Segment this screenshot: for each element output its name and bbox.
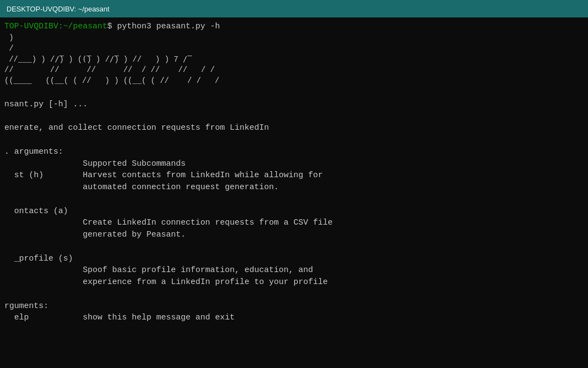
prompt-line: TOP-UVQDIBV:~/peasant$ python3 peasant.p… <box>0 21 588 33</box>
subcommand-spoof-desc2: experience from a LinkedIn profile to yo… <box>0 276 588 288</box>
usage-line: nsant.py [-h] ... <box>0 99 588 111</box>
subcommand-contacts-desc2: generated by Peasant. <box>0 229 588 241</box>
description-line: enerate, and collect connection requests… <box>0 122 588 134</box>
blank-line-5 <box>0 288 588 300</box>
blank-line-4 <box>0 241 588 253</box>
subcommand-spoof-name: _profile (s) <box>0 253 588 265</box>
prompt-symbol: $ <box>107 22 112 31</box>
command-text: python3 peasant.py -h <box>112 22 220 31</box>
subcommand-contacts-name: ontacts (a) <box>0 206 588 218</box>
ascii-line-2: / <box>0 44 588 55</box>
subcommand-spoof-desc1: Spoof basic profile information, educati… <box>0 264 588 276</box>
blank-line-1 <box>0 111 588 123</box>
ascii-blank <box>0 87 588 99</box>
prompt-dir: ~/peasant <box>63 22 107 31</box>
subcommand-contacts-desc1: Create LinkedIn connection requests from… <box>0 217 588 229</box>
positional-args-header: . arguments: <box>0 146 588 158</box>
prompt-user: TOP-UVQDIBV: <box>4 22 63 31</box>
blank-line-3 <box>0 194 588 206</box>
ascii-line-5: ((____ ((__( ( // ) ) ((__( ( // / / / <box>0 76 588 87</box>
subcommand-header: Supported Subcommands <box>0 158 588 170</box>
title-bar-text: DESKTOP-UVQDIBV: ~/peasant <box>7 5 109 13</box>
blank-line-2 <box>0 134 588 146</box>
ascii-line-3: //___) ) //̅̅̅) ) ((̅̅̅) ) //̅̅̅) ) // )… <box>0 55 588 65</box>
title-bar: DESKTOP-UVQDIBV: ~/peasant <box>0 0 588 17</box>
help-flag: elp show this help message and exit <box>0 312 588 324</box>
ascii-line-4: // // // // / // // / / <box>0 65 588 76</box>
subcommand-harvest-desc: automated connection request generation. <box>0 182 588 194</box>
optional-args-header: rguments: <box>0 300 588 312</box>
terminal-body: TOP-UVQDIBV:~/peasant$ python3 peasant.p… <box>0 17 588 368</box>
subcommand-harvest-name: st (h) Harvest contacts from LinkedIn wh… <box>0 170 588 182</box>
ascii-line-1: ) <box>0 33 588 44</box>
